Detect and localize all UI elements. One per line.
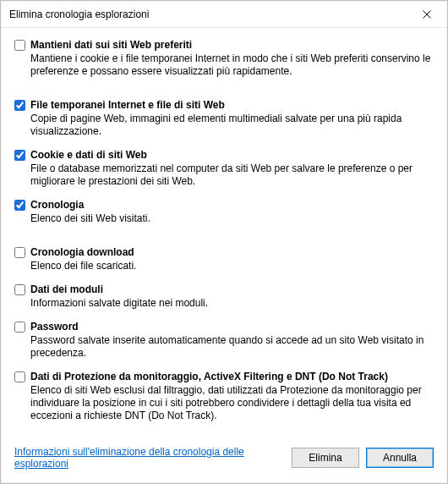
option-temp-internet-files[interactable]: File temporanei Internet e file di siti … bbox=[14, 98, 434, 138]
checkbox-history[interactable] bbox=[14, 200, 25, 211]
option-form-data[interactable]: Dati dei moduli Informazioni salvate dig… bbox=[14, 283, 434, 310]
option-history[interactable]: Cronologia Elenco dei siti Web visitati. bbox=[14, 198, 434, 225]
checkbox-passwords[interactable] bbox=[14, 322, 25, 333]
content-area: Mantieni dati sui siti Web preferiti Man… bbox=[1, 28, 447, 483]
button-row: Elimina Annulla bbox=[292, 448, 434, 468]
option-desc: File o database memorizzati nel computer… bbox=[30, 162, 434, 188]
option-desc: Elenco di siti Web esclusi dal filtraggi… bbox=[30, 384, 434, 422]
option-label: Password bbox=[30, 320, 434, 333]
option-desc: Informazioni salvate digitate nei moduli… bbox=[30, 297, 434, 310]
info-link[interactable]: Informazioni sull'eliminazione della cro… bbox=[14, 446, 285, 470]
option-passwords[interactable]: Password Password salvate inserite autom… bbox=[14, 320, 434, 360]
delete-button[interactable]: Elimina bbox=[292, 448, 359, 468]
checkbox-tracking-protection[interactable] bbox=[14, 371, 25, 382]
titlebar: Elimina cronologia esplorazioni bbox=[1, 1, 447, 28]
checkbox-preserve-favorites[interactable] bbox=[14, 40, 25, 51]
checkbox-temp-internet-files[interactable] bbox=[14, 100, 25, 111]
option-desc: Elenco dei siti Web visitati. bbox=[30, 212, 434, 225]
option-label: Dati di Protezione da monitoraggio, Acti… bbox=[30, 370, 434, 383]
close-button[interactable] bbox=[410, 3, 444, 26]
option-label: Mantieni dati sui siti Web preferiti bbox=[30, 38, 434, 52]
option-cookies[interactable]: Cookie e dati di siti Web File o databas… bbox=[14, 148, 434, 188]
checkbox-cookies[interactable] bbox=[14, 150, 25, 161]
close-icon bbox=[423, 10, 431, 19]
window-title: Elimina cronologia esplorazioni bbox=[9, 8, 149, 20]
option-label: Cronologia bbox=[30, 198, 434, 212]
option-label: Dati dei moduli bbox=[30, 283, 434, 296]
option-desc: Elenco dei file scaricati. bbox=[30, 260, 434, 272]
option-desc: Password salvate inserite automaticament… bbox=[30, 334, 434, 360]
option-desc: Copie di pagine Web, immagini ed element… bbox=[30, 113, 434, 138]
option-label: Cookie e dati di siti Web bbox=[30, 148, 434, 162]
cancel-button[interactable]: Annulla bbox=[366, 448, 434, 468]
checkbox-download-history[interactable] bbox=[14, 247, 25, 258]
checkbox-form-data[interactable] bbox=[14, 284, 25, 295]
option-desc: Mantiene i cookie e i file temporanei In… bbox=[30, 52, 434, 78]
option-label: Cronologia download bbox=[30, 245, 434, 259]
option-download-history[interactable]: Cronologia download Elenco dei file scar… bbox=[14, 245, 434, 272]
delete-history-dialog: Elimina cronologia esplorazioni Mantieni… bbox=[0, 0, 448, 484]
option-preserve-favorites[interactable]: Mantieni dati sui siti Web preferiti Man… bbox=[14, 38, 434, 78]
footer: Informazioni sull'eliminazione della cro… bbox=[14, 446, 434, 475]
option-label: File temporanei Internet e file di siti … bbox=[30, 98, 434, 112]
option-tracking-protection[interactable]: Dati di Protezione da monitoraggio, Acti… bbox=[14, 370, 434, 422]
